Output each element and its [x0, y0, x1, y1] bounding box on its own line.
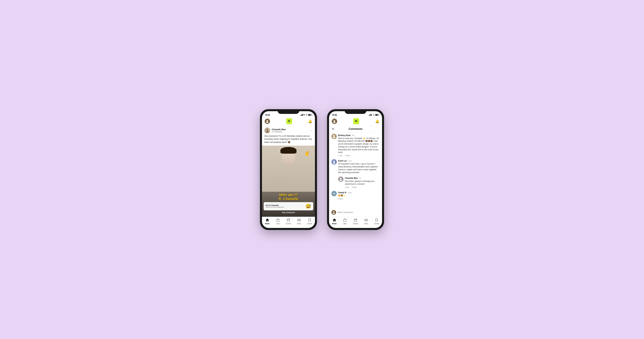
comment-author-4: Sandy N. 16m	[338, 191, 352, 194]
chanelle-reply-avatar[interactable]	[338, 176, 344, 182]
nav-inbox-2[interactable]: Inbox	[361, 218, 372, 224]
comment-item-4: SN Sandy N. 16m ♡ 🧡🧑✨ Reply	[332, 191, 380, 200]
app-logo-1: H	[286, 118, 292, 124]
comment-header-2: Karin Liu 22m ♡	[338, 159, 380, 162]
nav-saved-2[interactable]: Saved	[372, 218, 382, 224]
saved-icon-1	[308, 218, 311, 222]
back-button[interactable]: ✕	[332, 127, 334, 131]
bell-icon-1[interactable]: 🔔	[308, 119, 312, 123]
post-more-button[interactable]: ⋯	[310, 129, 312, 132]
events-icon-1	[287, 218, 290, 222]
karin-avatar[interactable]	[332, 159, 337, 164]
svg-point-20	[333, 211, 334, 212]
comment-text-1: Nice to meet you, Chanelle 👋 I'm Britney…	[338, 137, 380, 154]
feed-content: Chanelle Mao UC Berkeley... ⋯ Hey everyo…	[262, 126, 315, 217]
comments-header: ✕ Comments	[329, 126, 382, 132]
svg-rect-28	[365, 219, 368, 221]
post-video[interactable]: 🤚 Who am I? ft. Chanelle Hi I'm Chanelle…	[262, 146, 315, 217]
comment-actions-4: Reply	[338, 198, 380, 200]
post-header: Chanelle Mao UC Berkeley... ⋯	[262, 126, 315, 134]
bottom-nav-1: Home Jobs	[262, 217, 315, 228]
svg-point-21	[333, 213, 335, 214]
post-text: Hey everyone! I'm a UC Berkeley student …	[262, 134, 315, 146]
comment-input[interactable]	[338, 211, 377, 214]
signal-bars-2	[369, 114, 372, 116]
nav-saved-label-1: Saved	[307, 223, 312, 224]
comments-title: Comments	[349, 128, 362, 130]
inbox-icon-2	[364, 218, 368, 222]
svg-rect-5	[276, 220, 280, 222]
nav-home-2[interactable]: Home	[329, 218, 340, 224]
svg-point-2	[266, 129, 268, 131]
battery-fill-2	[376, 114, 378, 116]
jobs-icon-1	[276, 218, 280, 222]
nav-inbox-1[interactable]: Inbox	[294, 218, 304, 224]
signal-bar-3	[302, 114, 302, 116]
comment-author-1: Britney Doan 5m	[338, 134, 354, 137]
saved-icon-2	[375, 218, 378, 222]
nav-events-2[interactable]: Events	[350, 218, 361, 224]
britney-avatar[interactable]	[332, 134, 337, 139]
status-time-2: 9:41	[332, 114, 337, 116]
svg-point-14	[334, 135, 335, 136]
heart-2[interactable]: ♡	[378, 159, 380, 162]
emoji-blob: 😅	[306, 204, 311, 209]
phone-2-screen: 9:41 ∿	[329, 111, 382, 228]
likes-1: 1 like	[338, 154, 342, 156]
post-author-avatar[interactable]	[264, 128, 270, 134]
svg-point-12	[334, 120, 335, 122]
signal-bars-1	[300, 114, 304, 116]
user-avatar-1[interactable]	[265, 118, 270, 124]
nav-jobs-1[interactable]: Jobs	[272, 218, 283, 224]
hi-chanelle-text: Hi I'm Chanelle	[266, 204, 304, 206]
signal-bar-4	[303, 114, 303, 116]
bottom-nav-2: Home Jobs	[329, 217, 382, 228]
post-user: Chanelle Mao UC Berkeley...	[264, 128, 286, 134]
bell-icon-2[interactable]: 🔔	[375, 119, 379, 123]
nav-jobs-2[interactable]: Jobs	[340, 218, 350, 224]
nav-jobs-label-1: Jobs	[276, 223, 280, 224]
battery-2	[375, 114, 379, 116]
reply-btn-1[interactable]: · Reply	[344, 154, 350, 156]
svg-point-13	[333, 122, 336, 123]
send-button[interactable]: ↑	[377, 212, 381, 213]
signal-bar-2	[301, 114, 302, 116]
inbox-icon-1	[297, 218, 301, 222]
video-overlay: Who am I? ft. Chanelle Hi I'm Chanelle (…	[262, 191, 315, 216]
heart-reply-1[interactable]: ♡	[378, 176, 380, 179]
comment-input-row: ↑	[329, 208, 382, 217]
sandy-avatar[interactable]: SN	[332, 191, 337, 196]
user-avatar-2[interactable]	[332, 118, 337, 124]
comment-content-4: Sandy N. 16m ♡ 🧡🧑✨ Reply	[338, 191, 380, 200]
nav-saved-1[interactable]: Saved	[304, 218, 315, 224]
reply-btn-4[interactable]: Reply	[338, 198, 343, 200]
signal-bar-1	[300, 115, 301, 116]
svg-point-15	[333, 137, 336, 138]
heart-4[interactable]: ♡	[378, 191, 380, 194]
svg-point-17	[333, 162, 336, 164]
comment-item-2: Karin Liu 22m ♡ Hi Chanelle!! Karin here…	[332, 159, 380, 174]
phone-2: 9:41 ∿	[327, 109, 384, 230]
svg-rect-24	[354, 219, 357, 221]
status-icons-2: ∿	[369, 114, 379, 116]
notch-1	[278, 109, 299, 114]
status-time-1: 9:41	[265, 114, 270, 116]
post-user-info: Chanelle Mao UC Berkeley...	[272, 128, 286, 133]
nav-events-1[interactable]: Events	[283, 218, 294, 224]
reply-btn-reply-1[interactable]: · Reply	[351, 186, 357, 188]
sig-bar-2	[370, 114, 370, 116]
svg-point-0	[267, 120, 268, 122]
comment-header-4: Sandy N. 16m ♡	[338, 191, 380, 194]
video-title-1: Who am I? ft. Chanelle	[264, 193, 313, 201]
nav-inbox-label-2: Inbox	[364, 223, 368, 224]
nav-home-1[interactable]: Home	[262, 218, 272, 224]
sig-bar-1	[369, 115, 370, 116]
comment-actions-1: 1 like · Reply	[338, 154, 380, 156]
laptop-text: Hi I'm Chanelle (tune in on my introduct…	[266, 204, 304, 208]
sig-bar-4	[371, 114, 372, 116]
likes-reply-1: 1 like	[345, 186, 349, 188]
wifi-symbol-1: ∿	[306, 114, 307, 116]
video-background: 🤚 Who am I? ft. Chanelle Hi I'm Chanelle…	[262, 146, 315, 217]
commenter-avatar	[332, 210, 336, 215]
heart-1[interactable]: ♡	[378, 134, 380, 136]
